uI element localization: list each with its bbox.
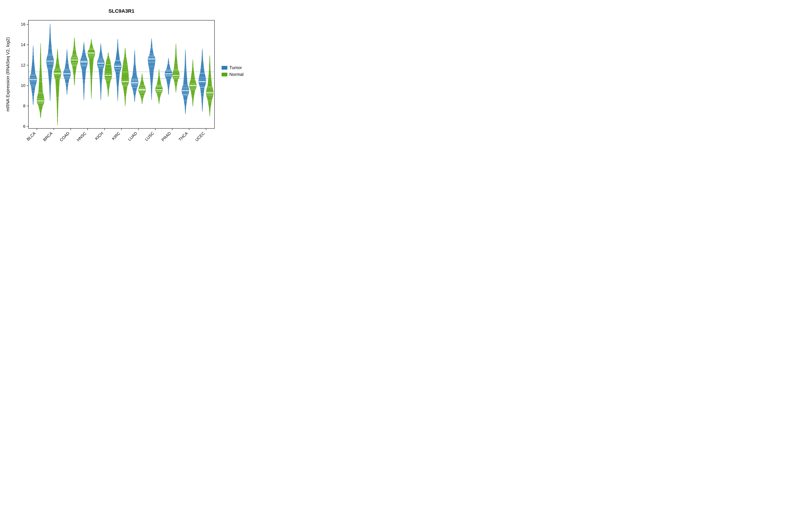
violin-BLCA-normal (37, 43, 44, 118)
y-tick-label: 16 (21, 22, 26, 26)
legend: TumorNormal (221, 65, 244, 77)
legend-swatch (221, 66, 227, 70)
legend-label: Tumor (230, 65, 242, 70)
x-tick-label: BRCA (42, 131, 53, 142)
y-tick-label: 8 (23, 104, 26, 108)
violin-THCA-tumor (182, 49, 189, 114)
y-tick-label: 12 (21, 63, 26, 67)
violin-KIRC-normal (121, 48, 129, 106)
x-tick-label: PRAD (160, 131, 172, 142)
x-tick-label: LUSC (144, 131, 155, 142)
violin-THCA-normal (189, 59, 197, 107)
violin-KICH-tumor (97, 44, 105, 100)
violin-UCEC-tumor (199, 49, 206, 112)
violin-BRCA-normal (54, 49, 61, 125)
x-tick-label: UCEC (194, 131, 206, 142)
x-tick-label: BLCA (26, 131, 36, 142)
violin-PRAD-tumor (165, 58, 172, 95)
violin-HNSC-normal (88, 39, 95, 99)
y-tick-label: 6 (23, 124, 26, 129)
x-tick-label: LUAD (127, 131, 138, 142)
violin-chart: SLC9A3R16810121416mRNA Expression (RNASe… (0, 0, 260, 162)
chart-title: SLC9A3R1 (108, 8, 134, 14)
violin-LUSC-tumor (148, 39, 155, 100)
x-tick-label: COAD (59, 131, 70, 142)
violin-LUAD-normal (138, 73, 146, 104)
y-tick-label: 10 (21, 83, 26, 88)
x-tick-label: KIRC (111, 131, 121, 141)
violin-BLCA-tumor (30, 46, 37, 105)
y-tick-label: 14 (21, 43, 26, 47)
violin-LUSC-normal (155, 69, 163, 104)
x-tick-label: HNSC (76, 131, 87, 142)
x-tick-label: KICH (94, 131, 104, 141)
y-axis-label: mRNA Expression (RNASeq V2, log2) (5, 37, 10, 111)
violin-BRCA-tumor (46, 24, 54, 101)
violin-LUAD-tumor (131, 50, 138, 102)
legend-label: Normal (230, 72, 244, 77)
legend-swatch (221, 73, 227, 76)
x-tick-label: THCA (177, 131, 189, 142)
violin-UCEC-normal (206, 55, 213, 116)
violin-HNSC-tumor (80, 42, 88, 100)
violin-PRAD-normal (172, 44, 180, 93)
violin-KIRC-tumor (114, 39, 121, 101)
violin-COAD-tumor (63, 49, 71, 95)
violin-KICH-normal (105, 52, 112, 97)
